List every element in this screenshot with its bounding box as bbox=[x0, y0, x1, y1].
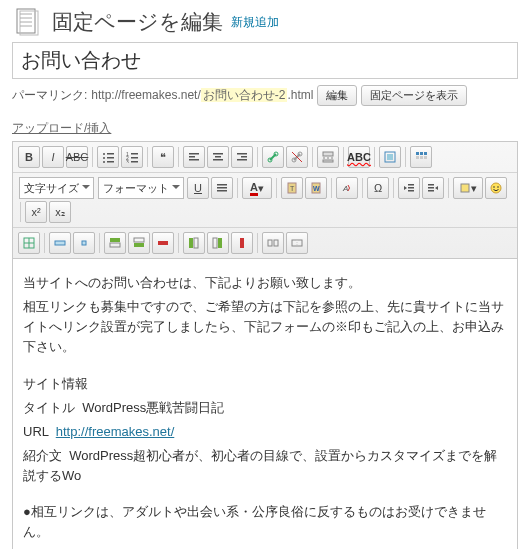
add-new-link[interactable]: 新規追加 bbox=[231, 14, 279, 31]
svg-rect-17 bbox=[131, 161, 138, 163]
edit-permalink-button[interactable]: 編集 bbox=[317, 85, 357, 106]
backcolor-button[interactable]: ▾ bbox=[453, 177, 483, 199]
col-before-button[interactable] bbox=[183, 232, 205, 254]
svg-rect-11 bbox=[107, 161, 114, 163]
charmap-button[interactable]: Ω bbox=[367, 177, 389, 199]
upload-insert-link[interactable]: アップロード/挿入 bbox=[12, 120, 111, 137]
svg-rect-77 bbox=[274, 240, 278, 246]
cell-props-button[interactable] bbox=[73, 232, 95, 254]
svg-rect-38 bbox=[420, 152, 423, 155]
merge-cells-button[interactable] bbox=[286, 232, 308, 254]
bold-button[interactable]: B bbox=[18, 146, 40, 168]
post-title-input[interactable] bbox=[12, 42, 518, 79]
content-line: 紹介文 WordPress超初心者が、初心者の目線で、設置からカスタマイズまでを… bbox=[23, 446, 507, 486]
ul-button[interactable] bbox=[97, 146, 119, 168]
editor-content[interactable]: 当サイトへのお問い合わせは、下記よりお願い致します。 相互リンクも募集中ですので… bbox=[12, 259, 518, 549]
svg-point-60 bbox=[497, 186, 499, 188]
svg-rect-45 bbox=[217, 190, 227, 192]
svg-rect-7 bbox=[107, 153, 114, 155]
svg-rect-55 bbox=[428, 187, 434, 189]
content-line: 相互リンクも募集中ですので、ご希望の方は下記を参照の上、先に貴サイトに当サイトへ… bbox=[23, 297, 507, 357]
svg-rect-53 bbox=[408, 190, 414, 192]
page-title: 固定ページを編集 bbox=[52, 8, 223, 36]
svg-point-8 bbox=[103, 157, 105, 159]
svg-rect-42 bbox=[424, 156, 427, 159]
col-delete-button[interactable] bbox=[231, 232, 253, 254]
kitchensink-button[interactable] bbox=[410, 146, 432, 168]
col-after-button[interactable] bbox=[207, 232, 229, 254]
svg-rect-54 bbox=[428, 184, 434, 186]
svg-rect-19 bbox=[189, 156, 195, 158]
svg-rect-37 bbox=[416, 152, 419, 155]
permalink-ext: .html bbox=[287, 88, 313, 102]
svg-rect-70 bbox=[158, 241, 168, 245]
align-justify-button[interactable] bbox=[211, 177, 233, 199]
svg-rect-56 bbox=[428, 190, 434, 192]
sup-button[interactable]: x² bbox=[25, 201, 47, 223]
table-button[interactable] bbox=[18, 232, 40, 254]
svg-point-6 bbox=[103, 153, 105, 155]
svg-rect-73 bbox=[213, 238, 217, 248]
underline-button[interactable]: U bbox=[187, 177, 209, 199]
svg-line-31 bbox=[292, 152, 302, 162]
italic-button[interactable]: I bbox=[42, 146, 64, 168]
svg-rect-76 bbox=[268, 240, 272, 246]
view-page-button[interactable]: 固定ページを表示 bbox=[361, 85, 467, 106]
format-select[interactable]: フォーマット bbox=[98, 177, 184, 199]
svg-rect-22 bbox=[215, 156, 221, 158]
svg-rect-66 bbox=[110, 243, 120, 247]
permalink-row: パーマリンク: http://freemakes.net/お問い合わせ-2.ht… bbox=[12, 85, 518, 106]
ol-button[interactable]: 123 bbox=[121, 146, 143, 168]
svg-point-10 bbox=[103, 161, 105, 163]
paste-text-button[interactable]: T bbox=[281, 177, 303, 199]
content-line: タイトル WordPress悪戦苦闘日記 bbox=[23, 398, 507, 418]
emoticon-button[interactable] bbox=[485, 177, 507, 199]
svg-point-59 bbox=[493, 186, 495, 188]
svg-rect-51 bbox=[408, 184, 414, 186]
font-size-select[interactable]: 文字サイズ bbox=[19, 177, 94, 199]
permalink-label: パーマリンク: bbox=[12, 87, 87, 104]
link-button[interactable] bbox=[262, 146, 284, 168]
site-url-link[interactable]: http://freemakes.net/ bbox=[56, 424, 175, 439]
svg-rect-13 bbox=[131, 153, 138, 155]
strike-button[interactable]: ABC bbox=[66, 146, 88, 168]
split-cells-button[interactable] bbox=[262, 232, 284, 254]
editor-toolbar: B I ABC 123 ❝ ABC 文字サイズ フォーマ bbox=[12, 141, 518, 259]
svg-rect-18 bbox=[189, 153, 199, 155]
svg-rect-26 bbox=[237, 159, 247, 161]
align-center-button[interactable] bbox=[207, 146, 229, 168]
svg-rect-25 bbox=[241, 156, 247, 158]
align-left-button[interactable] bbox=[183, 146, 205, 168]
remove-format-button[interactable]: A bbox=[336, 177, 358, 199]
permalink-url: http://freemakes.net/お問い合わせ-2.html bbox=[91, 87, 313, 104]
outdent-button[interactable] bbox=[398, 177, 420, 199]
row-after-button[interactable] bbox=[128, 232, 150, 254]
svg-rect-43 bbox=[217, 184, 227, 186]
row-delete-button[interactable] bbox=[152, 232, 174, 254]
sub-button[interactable]: x₂ bbox=[49, 201, 71, 223]
svg-rect-64 bbox=[55, 241, 65, 245]
row-props-button[interactable] bbox=[49, 232, 71, 254]
indent-button[interactable] bbox=[422, 177, 444, 199]
svg-rect-69 bbox=[134, 243, 144, 247]
spellcheck-button[interactable]: ABC bbox=[348, 146, 370, 168]
content-line: ●相互リンクは、アダルトや出会い系・公序良俗に反するものはお受けできません。 bbox=[23, 502, 507, 542]
svg-rect-44 bbox=[217, 187, 227, 189]
fullscreen-button[interactable] bbox=[379, 146, 401, 168]
content-heading: サイト情報 bbox=[23, 374, 507, 394]
paste-word-button[interactable]: W bbox=[305, 177, 327, 199]
forecolor-button[interactable]: A ▾ bbox=[242, 177, 272, 199]
align-right-button[interactable] bbox=[231, 146, 253, 168]
blockquote-button[interactable]: ❝ bbox=[152, 146, 174, 168]
more-tag-button[interactable] bbox=[317, 146, 339, 168]
svg-text:A: A bbox=[342, 184, 348, 193]
svg-rect-68 bbox=[134, 238, 144, 242]
page-icon bbox=[12, 6, 44, 38]
permalink-slug[interactable]: お問い合わせ-2 bbox=[201, 88, 288, 102]
svg-rect-67 bbox=[110, 238, 120, 242]
row-before-button[interactable] bbox=[104, 232, 126, 254]
unlink-button[interactable] bbox=[286, 146, 308, 168]
svg-rect-71 bbox=[194, 238, 198, 248]
svg-rect-23 bbox=[213, 159, 223, 161]
svg-point-58 bbox=[491, 183, 501, 193]
